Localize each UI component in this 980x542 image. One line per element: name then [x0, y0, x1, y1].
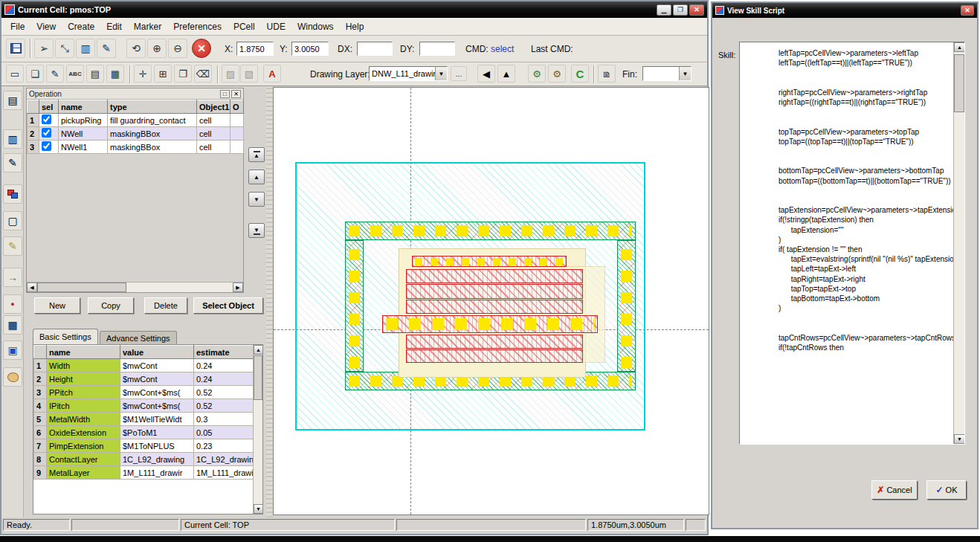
menu-marker[interactable]: Marker — [128, 19, 167, 34]
menu-create[interactable]: Create — [62, 19, 100, 34]
col-estimate[interactable]: estimate — [194, 346, 254, 359]
label-text-button[interactable]: A — [263, 65, 281, 83]
scroll-down-icon[interactable]: ▼ — [254, 504, 263, 514]
frame-button[interactable]: ▢ — [3, 211, 22, 230]
param-name-cell[interactable]: PimpExtension — [47, 439, 120, 453]
settings-row[interactable]: 1 Width $mwCont 0.24 — [34, 359, 254, 372]
row-checkbox[interactable] — [42, 141, 51, 151]
operation-row[interactable]: 1 pickupRing fill guardring_contact cell — [28, 114, 244, 127]
settings-row[interactable]: 5 MetalWidth $M1WellTieWidt 0.3 — [34, 413, 254, 426]
param-value-cell[interactable]: 1C_L92_drawing — [120, 453, 194, 466]
new-operation-button[interactable]: New — [34, 297, 80, 314]
tab-advance-settings[interactable]: Advance Settings — [100, 331, 177, 345]
sel-checkbox-cell[interactable] — [39, 141, 59, 154]
param-value-cell[interactable]: $mwCont — [120, 359, 194, 372]
notes-button[interactable]: ▦ — [106, 65, 124, 83]
name-cell[interactable]: pickupRing — [59, 114, 108, 127]
tab-basic-settings[interactable]: Basic Settings — [33, 329, 98, 344]
scroll-right-icon[interactable]: ▶ — [233, 283, 243, 292]
menu-view[interactable]: View — [30, 19, 62, 34]
copy-operation-button[interactable]: Copy — [88, 297, 134, 314]
notes-panel-button[interactable]: ▤ — [3, 91, 22, 110]
skill-script-area[interactable]: leftTap=pcCellView~>parameters~>leftTap … — [739, 42, 965, 445]
operation-panel-titlebar[interactable]: Operation □ ✕ — [27, 88, 243, 100]
open-cell-button[interactable]: ❏ — [26, 65, 44, 83]
menu-file[interactable]: File — [4, 19, 30, 34]
erase-button[interactable]: ⌫ — [194, 65, 212, 83]
settings-row[interactable]: 8 ContactLayer 1C_L92_drawing 1C_L92_dra… — [34, 453, 254, 466]
type-cell[interactable]: fill guardring_contact — [108, 114, 197, 127]
minimize-button[interactable]: ▁ — [657, 4, 671, 16]
fit-view-button[interactable]: ⊞ — [154, 65, 172, 83]
col-type[interactable]: type — [108, 100, 197, 114]
param-value-cell[interactable]: $PoToM1 — [120, 426, 194, 439]
list-panel-button[interactable]: ▥ — [3, 129, 22, 149]
name-cell[interactable]: NWell — [59, 127, 108, 141]
param-name-cell[interactable]: Width — [47, 359, 120, 372]
sel-checkbox-cell[interactable] — [39, 114, 59, 127]
settings-row[interactable]: 4 IPitch $mwCont+$ms( 0.52 — [34, 399, 254, 413]
finger-row[interactable] — [406, 335, 583, 349]
clipboard-button[interactable]: ▤ — [86, 65, 104, 83]
operation-row[interactable]: 3 NWell1 maskingBBox cell — [28, 141, 244, 154]
menu-preferences[interactable]: Preferences — [167, 19, 228, 34]
col-value[interactable]: value — [120, 346, 194, 359]
cancel-button[interactable]: ✗ Cancel — [871, 480, 918, 500]
param-estimate-cell[interactable]: 1C_L92_drawing — [194, 453, 254, 466]
object1-cell[interactable]: cell — [197, 114, 231, 127]
move-row-bottom-button[interactable]: ▼ — [248, 223, 265, 238]
chevron-down-icon[interactable]: ▼ — [679, 67, 691, 80]
name-cell[interactable]: NWell1 — [59, 141, 108, 154]
operation-hscrollbar[interactable]: ◀ ▶ — [27, 282, 243, 292]
col-name[interactable]: name — [47, 346, 120, 359]
marker-dot-button[interactable]: ● — [3, 294, 22, 314]
edit-page-button[interactable]: ✎ — [3, 153, 22, 172]
settings-row[interactable]: 9 MetalLayer 1M_L111_drawir 1M_L111_draw… — [34, 466, 254, 480]
param-estimate-cell[interactable]: 0.52 — [194, 399, 254, 413]
menu-ude[interactable]: UDE — [261, 19, 291, 34]
run-button[interactable]: → — [3, 268, 22, 287]
object1-cell[interactable]: cell — [197, 141, 231, 154]
row-checkbox[interactable] — [42, 128, 51, 138]
param-estimate-cell[interactable]: 0.3 — [194, 413, 254, 426]
close-button[interactable]: ✕ — [689, 4, 704, 16]
menu-windows[interactable]: Windows — [291, 19, 340, 34]
param-value-cell[interactable]: $mwCont+$ms( — [120, 386, 194, 399]
menu-pcell[interactable]: PCell — [228, 19, 261, 34]
stretch-tool-button[interactable]: ⤡ — [55, 39, 74, 58]
grid-table-button[interactable]: ▦ — [3, 315, 22, 335]
edit-properties-button[interactable]: ✎ — [46, 65, 64, 83]
vscroll-thumb[interactable] — [254, 355, 262, 400]
dy-input[interactable] — [419, 42, 455, 56]
type-cell[interactable]: maskingBBox — [108, 127, 197, 141]
compile-c-button[interactable]: C — [571, 65, 589, 83]
col-object2[interactable]: O — [231, 100, 244, 114]
copy-button[interactable]: ❐ — [174, 65, 192, 83]
move-row-up-button[interactable]: ▲ — [248, 170, 265, 184]
prev-layer-button[interactable]: ◀ — [477, 65, 495, 83]
param-name-cell[interactable]: MetalLayer — [47, 466, 120, 480]
move-row-down-button[interactable]: ▼ — [248, 192, 265, 207]
panel-float-button[interactable]: □ — [220, 90, 230, 98]
settings-row[interactable]: 3 PPitch $mwCont+$ms( 0.52 — [34, 386, 254, 399]
operation-row[interactable]: 2 NWell maskingBBox cell — [28, 127, 244, 141]
settings-vscrollbar[interactable]: ▲ ▼ — [253, 345, 262, 514]
refresh-button[interactable]: ⟲ — [126, 39, 146, 58]
layers-button[interactable] — [3, 184, 22, 204]
drawing-layer-select[interactable]: DNW_L11_drawir ▼ — [369, 66, 448, 81]
param-estimate-cell[interactable]: 0.24 — [194, 359, 254, 372]
object1-cell[interactable]: cell — [197, 127, 231, 141]
select-tool-button[interactable]: ➢ — [34, 39, 54, 58]
col-object1[interactable]: Object1 — [197, 100, 231, 114]
finger-row[interactable] — [406, 284, 583, 298]
skill-titlebar[interactable]: View Skill Script ✕ — [712, 3, 977, 18]
move-row-top-button[interactable]: ▲ — [248, 147, 265, 162]
panel-splitter[interactable] — [266, 86, 273, 517]
scroll-left-icon[interactable]: ◀ — [27, 283, 37, 292]
sel-checkbox-cell[interactable] — [39, 127, 59, 141]
param-name-cell[interactable]: PPitch — [47, 386, 120, 399]
scroll-down-icon[interactable]: ▼ — [954, 434, 965, 444]
select-object-button[interactable]: Select Object — [193, 297, 263, 314]
settings-row[interactable]: 6 OxideExtension $PoToM1 0.05 — [34, 426, 254, 439]
move-button[interactable]: ✛ — [134, 65, 152, 83]
